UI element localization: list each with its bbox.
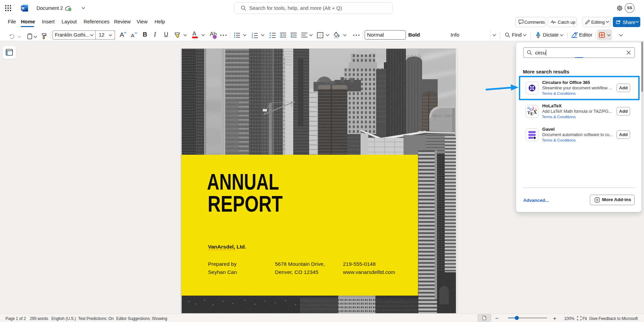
svg-text:W: W [21,6,25,10]
svg-text:3: 3 [252,36,253,38]
